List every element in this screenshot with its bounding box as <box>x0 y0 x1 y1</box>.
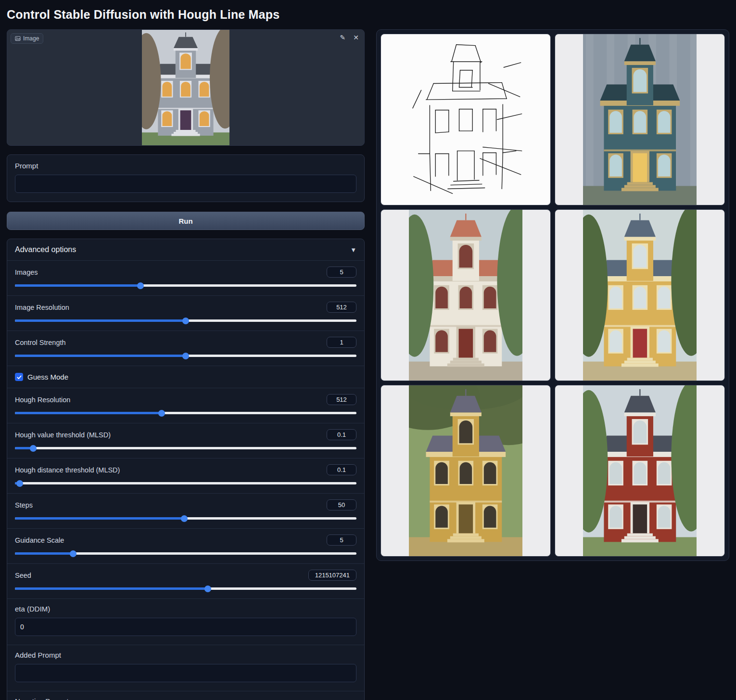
slider-guidance-scale-handle[interactable] <box>70 550 76 557</box>
slider-hough-value-threshold-value[interactable]: 0.1 <box>327 429 356 440</box>
slider-control-strength-label: Control Strength <box>15 339 66 346</box>
slider-seed-value[interactable]: 1215107241 <box>308 570 356 581</box>
advanced-options-accordion[interactable]: Advanced options ▼ <box>7 239 364 260</box>
gallery-item-hough-line-map[interactable] <box>381 34 551 205</box>
slider-images-value[interactable]: 5 <box>327 267 356 278</box>
prompt-input[interactable] <box>15 175 356 193</box>
slider-hough-resolution: Hough Resolution 512 <box>7 388 364 423</box>
slider-control-strength-track[interactable] <box>15 355 356 357</box>
result-gold-victorian-image <box>409 385 523 556</box>
added-prompt-input[interactable] <box>15 664 356 682</box>
slider-hough-distance-threshold-handle[interactable] <box>16 480 23 487</box>
result-white-victorian-image <box>409 210 523 381</box>
app-root: Control Stable Diffusion with Hough Line… <box>0 0 736 700</box>
slider-guidance-scale: Guidance Scale 5 <box>7 528 364 563</box>
slider-steps-track[interactable] <box>15 517 356 520</box>
added-prompt-field: Added Prompt <box>7 645 364 691</box>
prompt-label: Prompt <box>15 162 356 170</box>
slider-images: Images 5 <box>7 260 364 295</box>
result-teal-victorian-image <box>583 34 697 205</box>
advanced-options-label: Advanced options <box>15 245 76 254</box>
clear-image-button[interactable]: ✕ <box>352 33 360 42</box>
chevron-down-icon: ▼ <box>350 246 356 254</box>
slider-hough-distance-threshold-label: Hough distance threshold (MLSD) <box>15 466 120 474</box>
checkbox-checked-icon <box>15 373 23 381</box>
negative-prompt-label: Negative Prompt <box>15 697 356 700</box>
slider-image-resolution-label: Image Resolution <box>15 304 69 311</box>
slider-image-resolution: Image Resolution 512 <box>7 295 364 331</box>
gallery-item-result-red-victorian[interactable] <box>555 385 725 557</box>
slider-hough-resolution-value[interactable]: 512 <box>327 394 356 405</box>
slider-image-resolution-track[interactable] <box>15 319 356 322</box>
image-label-text: Image <box>23 35 39 42</box>
eta-label: eta (DDIM) <box>15 605 356 613</box>
slider-guidance-scale-track[interactable] <box>15 552 356 555</box>
slider-seed-handle[interactable] <box>204 585 211 592</box>
slider-image-resolution-handle[interactable] <box>182 318 189 324</box>
gallery-item-result-yellow-victorian[interactable] <box>555 209 725 381</box>
slider-hough-resolution-track[interactable] <box>15 412 356 414</box>
slider-steps-handle[interactable] <box>181 515 188 522</box>
input-image[interactable] <box>7 30 364 145</box>
edit-image-button[interactable]: ✎ <box>339 33 347 42</box>
slider-hough-value-threshold-track[interactable] <box>15 447 356 449</box>
prompt-panel: Prompt <box>7 154 365 202</box>
input-house-photo <box>142 30 229 145</box>
sliders-group-top: Images 5 Image Resolution 512 Control St… <box>7 260 364 366</box>
eta-input[interactable] <box>15 618 356 636</box>
slider-guidance-scale-label: Guidance Scale <box>15 536 64 544</box>
slider-seed: Seed 1215107241 <box>7 563 364 598</box>
slider-control-strength-value[interactable]: 1 <box>327 337 356 348</box>
guess-mode-checkbox[interactable]: Guess Mode <box>7 366 364 388</box>
slider-steps: Steps 50 <box>7 493 364 528</box>
sliders-group-bottom: Hough Resolution 512 Hough value thresho… <box>7 388 364 598</box>
slider-hough-distance-threshold-track[interactable] <box>15 482 356 484</box>
gallery-column <box>376 29 729 561</box>
slider-seed-label: Seed <box>15 572 31 579</box>
hough-map-image <box>409 34 523 205</box>
slider-hough-value-threshold-handle[interactable] <box>30 445 37 452</box>
slider-steps-value[interactable]: 50 <box>327 499 356 510</box>
slider-control-strength-handle[interactable] <box>182 353 189 359</box>
image-icon <box>15 36 21 41</box>
output-gallery <box>376 29 729 561</box>
slider-image-resolution-value[interactable]: 512 <box>327 302 356 313</box>
negative-prompt-field: Negative Prompt <box>7 691 364 700</box>
page-title: Control Stable Diffusion with Hough Line… <box>7 8 729 22</box>
slider-images-handle[interactable] <box>137 282 144 289</box>
result-yellow-victorian-image <box>583 210 697 381</box>
gallery-item-result-teal-victorian[interactable] <box>555 34 725 205</box>
slider-guidance-scale-value[interactable]: 5 <box>327 535 356 546</box>
slider-hough-resolution-handle[interactable] <box>158 410 165 417</box>
image-component-label: Image <box>11 33 43 44</box>
slider-images-label: Images <box>15 268 38 276</box>
added-prompt-label: Added Prompt <box>15 651 356 659</box>
gallery-item-result-gold-victorian[interactable] <box>381 385 551 557</box>
eta-field: eta (DDIM) <box>7 598 364 645</box>
slider-hough-value-threshold: Hough value threshold (MLSD) 0.1 <box>7 423 364 458</box>
advanced-options-panel: Advanced options ▼ Images 5 Image Resolu… <box>7 239 365 700</box>
slider-seed-track[interactable] <box>15 587 356 590</box>
slider-control-strength: Control Strength 1 <box>7 331 364 366</box>
result-red-victorian-image <box>583 385 697 556</box>
slider-images-track[interactable] <box>15 284 356 287</box>
slider-hough-value-threshold-label: Hough value threshold (MLSD) <box>15 431 111 439</box>
controls-column: Image ✎ ✕ Prompt Run Advanced options ▼ <box>7 29 365 700</box>
guess-mode-label: Guess Mode <box>27 373 68 381</box>
slider-steps-label: Steps <box>15 501 33 509</box>
slider-hough-distance-threshold-value[interactable]: 0.1 <box>327 464 356 475</box>
gallery-item-result-white-victorian[interactable] <box>381 209 551 381</box>
slider-hough-distance-threshold: Hough distance threshold (MLSD) 0.1 <box>7 458 364 493</box>
slider-hough-resolution-label: Hough Resolution <box>15 396 70 404</box>
run-button[interactable]: Run <box>7 212 365 230</box>
input-image-panel: Image ✎ ✕ <box>7 29 365 146</box>
